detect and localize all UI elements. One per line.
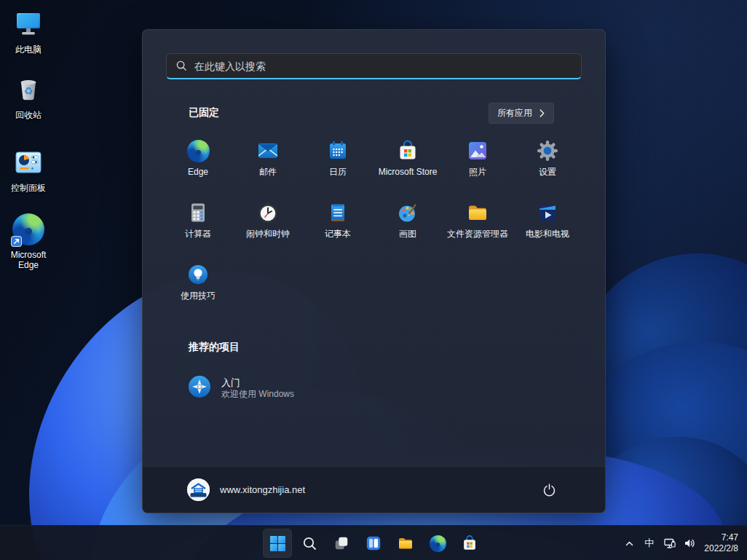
task-view-icon <box>333 535 349 551</box>
notepad-icon <box>326 201 349 224</box>
network-icon <box>664 537 677 549</box>
edge-icon <box>430 535 446 552</box>
folder-icon <box>466 201 489 224</box>
pinned-app-microsoft-store[interactable]: Microsoft Store <box>373 136 443 198</box>
start-menu-panel: 已固定 所有应用 Edge 邮件 <box>142 29 606 513</box>
pinned-app-file-explorer[interactable]: 文件资源管理器 <box>443 198 513 260</box>
desktop-screen: 此电脑 ♻ 回收站 控制面板 <box>0 0 747 560</box>
recommended-item-title: 入门 <box>221 377 294 389</box>
alarm-clock-icon <box>256 201 280 224</box>
desktop-icon-control-panel[interactable]: 控制面板 <box>0 146 57 193</box>
pinned-app-edge[interactable]: Edge <box>163 136 233 198</box>
user-site-label: www.xitongzhijia.net <box>220 484 305 495</box>
pinned-app-tips[interactable]: 使用技巧 <box>163 260 233 322</box>
desktop-icon-microsoft-edge[interactable]: Microsoft Edge <box>0 213 57 270</box>
pinned-app-notepad[interactable]: 记事本 <box>303 198 373 260</box>
edge-icon <box>186 139 210 162</box>
taskbar: 中 7:47 2022/2/8 <box>0 525 747 560</box>
pinned-section-title: 已固定 <box>189 106 219 119</box>
calendar-icon <box>326 139 349 162</box>
folder-icon <box>397 535 414 552</box>
ime-label: 中 <box>644 537 654 550</box>
this-pc-icon <box>12 7 45 41</box>
shortcut-arrow-icon <box>12 237 21 246</box>
user-account-button[interactable]: www.xitongzhijia.net <box>187 478 305 501</box>
ime-indicator[interactable]: 中 <box>639 529 659 558</box>
pinned-app-movies-tv[interactable]: 电影和电视 <box>513 198 582 260</box>
user-avatar <box>187 478 210 501</box>
svg-text:♻: ♻ <box>24 85 33 97</box>
calculator-icon <box>186 201 210 224</box>
desktop-icon-label: 此电脑 <box>15 44 42 55</box>
widgets-icon <box>365 535 382 551</box>
mail-icon <box>256 139 280 162</box>
power-icon <box>542 483 556 497</box>
tray-chevron-button[interactable] <box>620 529 639 558</box>
all-apps-label: 所有应用 <box>497 107 532 119</box>
recommended-item-get-started[interactable]: 入门 欢迎使用 Windows <box>187 374 391 402</box>
lightbulb-icon <box>186 263 210 286</box>
edge-icon <box>12 213 45 246</box>
start-button[interactable] <box>263 529 292 558</box>
windows-logo-icon <box>269 535 286 552</box>
taskbar-search-button[interactable] <box>295 529 324 558</box>
get-started-icon <box>187 374 212 402</box>
pinned-app-paint[interactable]: 画图 <box>373 198 443 260</box>
start-search-box[interactable] <box>166 53 582 79</box>
pinned-app-mail[interactable]: 邮件 <box>233 136 303 198</box>
control-panel-icon <box>12 146 45 179</box>
desktop-icon-this-pc[interactable]: 此电脑 <box>0 7 57 55</box>
settings-gear-icon <box>536 139 559 162</box>
store-icon <box>461 535 478 552</box>
taskbar-edge-button[interactable] <box>423 529 452 558</box>
recommended-section-title: 推荐的项目 <box>189 341 559 354</box>
taskbar-clock[interactable]: 7:47 2022/2/8 <box>701 532 746 554</box>
taskbar-store-button[interactable] <box>455 529 484 558</box>
chevron-up-icon <box>625 539 634 548</box>
store-icon <box>396 139 419 162</box>
start-menu-footer: www.xitongzhijia.net <box>143 466 605 513</box>
speaker-icon <box>684 537 696 549</box>
movies-tv-icon <box>536 201 559 224</box>
desktop-icon-recycle-bin[interactable]: ♻ 回收站 <box>0 73 57 120</box>
search-icon <box>176 60 187 71</box>
recommended-item-subtitle: 欢迎使用 Windows <box>221 389 294 400</box>
desktop-icon-label: 控制面板 <box>11 183 46 193</box>
all-apps-button[interactable]: 所有应用 <box>489 103 554 124</box>
pinned-app-photos[interactable]: 照片 <box>443 136 513 198</box>
start-search-input[interactable] <box>194 60 572 72</box>
desktop-icon-label: Microsoft Edge <box>0 250 57 270</box>
paint-palette-icon <box>396 201 419 224</box>
taskbar-file-explorer-button[interactable] <box>391 529 420 558</box>
tray-time: 7:47 <box>704 532 738 543</box>
search-icon <box>302 536 317 551</box>
task-view-button[interactable] <box>327 529 356 558</box>
pinned-app-calculator[interactable]: 计算器 <box>163 198 233 260</box>
network-volume-button[interactable] <box>659 529 701 558</box>
photos-icon <box>466 139 489 162</box>
pinned-app-calendar[interactable]: 日历 <box>303 136 373 198</box>
pinned-app-settings[interactable]: 设置 <box>513 136 582 198</box>
tray-date: 2022/2/8 <box>704 543 738 554</box>
recycle-bin-icon: ♻ <box>12 73 45 106</box>
widgets-button[interactable] <box>359 529 388 558</box>
pinned-app-alarms-clock[interactable]: 闹钟和时钟 <box>233 198 303 260</box>
desktop-icon-label: 回收站 <box>15 110 42 120</box>
pinned-apps-grid: Edge 邮件 <box>163 136 585 322</box>
power-button[interactable] <box>537 478 561 502</box>
chevron-right-icon <box>539 109 545 117</box>
